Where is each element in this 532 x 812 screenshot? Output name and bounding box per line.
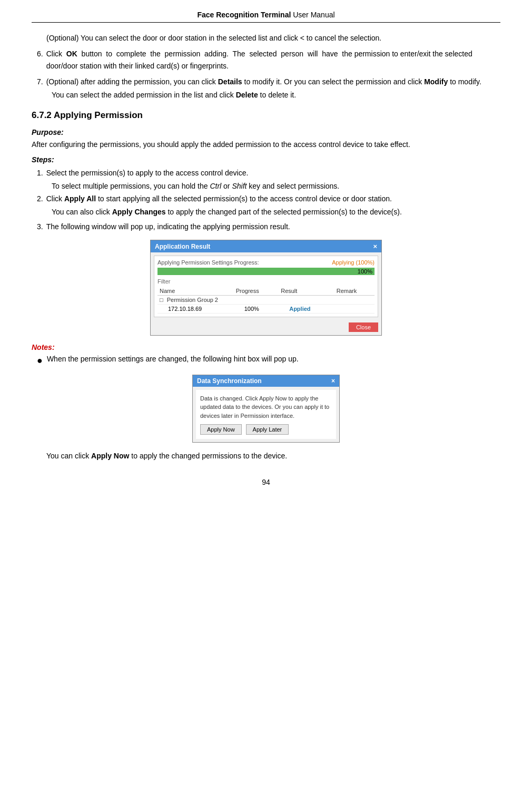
results-table: Name Progress Result Remark □ Permission… [157, 287, 375, 314]
results-table-header: Name Progress Result Remark [157, 287, 375, 296]
apply-now-text: You can click Apply Now to apply the cha… [32, 450, 500, 462]
progress-status: Applying (100%) [332, 259, 375, 266]
page-header: Face Recognition Terminal User Manual [32, 11, 500, 23]
progress-label: Applying Permission Settings Progress: [157, 259, 259, 266]
sub-result: Applied [279, 305, 334, 314]
group-row-name: □ Permission Group 2 [157, 296, 375, 305]
intro-para-text: (Optional) You can select the door or do… [46, 34, 381, 42]
step-2: 2. Click Apply All to start applying all… [32, 193, 500, 204]
step-3-main: The following window will pop up, indica… [46, 221, 290, 232]
page-number: 94 [32, 478, 500, 486]
you-can-click: You can click [46, 452, 91, 460]
apply-now-rest: to apply the changed permissions to the … [129, 452, 287, 460]
sync-title: Data Synchronization [197, 377, 262, 385]
sub-remark [334, 305, 375, 314]
app-result-dialog: Application Result × Applying Permission… [150, 240, 382, 336]
step-7-sub: You can select the added permission in t… [37, 89, 500, 101]
progress-pct-label: 100% [358, 268, 372, 275]
progress-bar-outer: 100% [157, 268, 375, 275]
apply-now-button[interactable]: Apply Now [200, 424, 242, 435]
app-result-body: Applying Permission Settings Progress: A… [154, 256, 378, 317]
step-7-text: (Optional) after adding the permission, … [46, 76, 481, 87]
note-1: ● When the permission settings are chang… [32, 355, 500, 367]
step-6-num: 6. [37, 48, 43, 72]
col-progress: Progress [234, 287, 279, 296]
sync-dialog: Data Synchronization × Data is changed. … [192, 375, 340, 443]
col-result: Result [279, 287, 334, 296]
sync-close-x[interactable]: × [331, 377, 335, 385]
apply-now-bold: Apply Now [91, 452, 129, 460]
purpose-label: Purpose: [32, 128, 500, 136]
filter-label: Filter [157, 278, 375, 285]
sub-row-1: 172.10.18.69 100% Applied [157, 305, 375, 314]
step-3: 3. The following window will pop up, ind… [32, 221, 500, 232]
dialog-footer: Close [151, 320, 381, 335]
step-7-num: 7. [37, 76, 43, 87]
sync-dialog-container: Data Synchronization × Data is changed. … [32, 375, 500, 443]
sub-name: 172.10.18.69 [157, 305, 234, 314]
col-name: Name [157, 287, 234, 296]
step-2-main: Click Apply All to start applying all th… [46, 193, 392, 204]
step-7: 7. (Optional) after adding the permissio… [37, 76, 500, 87]
step-1: 1. Select the permission(s) to apply to … [32, 167, 500, 179]
sync-body: Data is changed. Click Apply Now to appl… [196, 390, 336, 439]
app-result-title: Application Result [155, 243, 210, 250]
purpose-text: After configuring the permissions, you s… [32, 139, 500, 150]
step-1-main: Select the permission(s) to apply to the… [46, 167, 249, 179]
sub-progress: 100% [234, 305, 279, 314]
progress-bar-inner [157, 268, 375, 275]
step-2-num: 2. [37, 193, 43, 204]
group-name: Permission Group 2 [167, 297, 218, 303]
app-result-close-x[interactable]: × [373, 242, 377, 250]
app-result-dialog-container: Application Result × Applying Permission… [32, 240, 500, 336]
sync-titlebar: Data Synchronization × [193, 375, 339, 387]
step-2-sub: You can also click Apply Changes to appl… [32, 206, 500, 218]
step-1-sub: To select multiple permissions, you can … [32, 180, 500, 192]
apply-later-button[interactable]: Apply Later [246, 424, 289, 435]
step-1-num: 1. [37, 167, 43, 179]
note-1-text: When the permission settings are changed… [47, 355, 299, 363]
header-title-rest: User Manual [291, 11, 334, 19]
step-3-num: 3. [37, 221, 43, 232]
notes-label: Notes: [32, 343, 500, 351]
step-6-text: Click OK button to complete the permissi… [46, 48, 500, 72]
steps-label: Steps: [32, 155, 500, 164]
step-6: 6. Click OK button to complete the permi… [37, 48, 500, 72]
section-heading: 6.7.2 Applying Permission [32, 110, 500, 121]
sync-buttons: Apply Now Apply Later [200, 424, 332, 435]
progress-section: Applying Permission Settings Progress: A… [157, 259, 375, 266]
intro-para: (Optional) You can select the door or do… [32, 32, 500, 44]
header-title-bold: Face Recognition Terminal [197, 11, 291, 19]
col-remark: Remark [334, 287, 375, 296]
app-result-titlebar: Application Result × [151, 240, 381, 252]
group-row: □ Permission Group 2 [157, 296, 375, 305]
close-button[interactable]: Close [349, 322, 378, 332]
note-bullet-icon: ● [37, 355, 43, 367]
sync-body-text: Data is changed. Click Apply Now to appl… [200, 395, 329, 419]
